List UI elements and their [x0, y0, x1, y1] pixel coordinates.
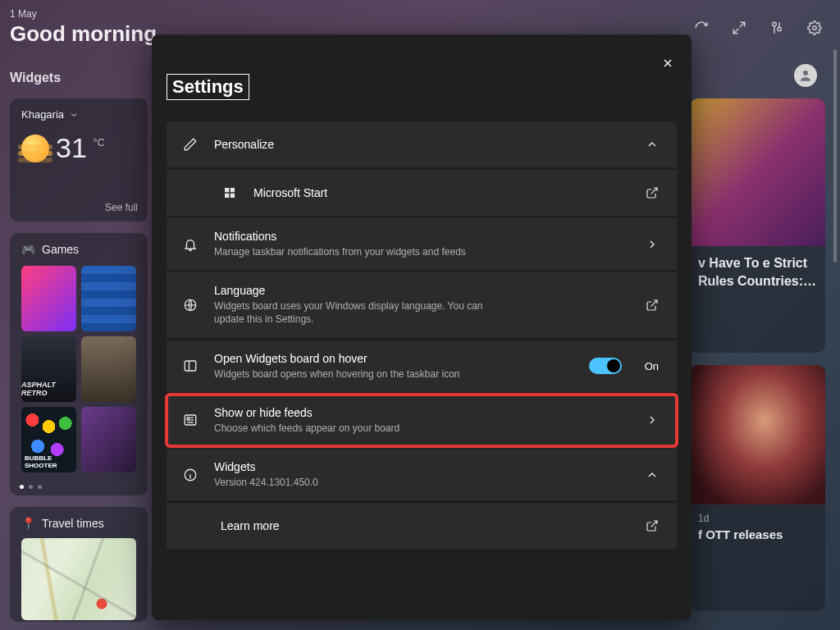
travel-title: Travel times — [42, 517, 104, 530]
news-card[interactable]: v Have To e Strict Rules Countries:… — [690, 98, 825, 353]
game-tile[interactable]: ASPHALT RETRO — [21, 336, 76, 402]
close-button[interactable] — [659, 54, 677, 72]
settings-row-hover[interactable]: Open Widgets board on hover Widgets boar… — [167, 340, 677, 392]
chevron-right-icon — [642, 413, 662, 427]
settings-row-notifications[interactable]: Notifications Manage taskbar notificatio… — [167, 218, 677, 270]
weather-location-text: Khagaria — [21, 108, 64, 121]
expand-icon[interactable] — [732, 21, 746, 35]
svg-point-0 — [773, 22, 777, 26]
svg-point-3 — [803, 71, 808, 75]
svg-point-2 — [813, 26, 817, 30]
board-icon — [181, 358, 199, 373]
modal-title: Settings — [167, 74, 249, 100]
chevron-down-icon — [69, 110, 79, 120]
row-title: Language — [214, 284, 628, 297]
game-tile[interactable] — [81, 336, 136, 402]
game-tile[interactable]: BUBBLE SHOOTER — [21, 407, 76, 472]
temperature-unit: °C — [94, 137, 104, 148]
row-title: Learn more — [221, 519, 628, 532]
row-subtitle: Manage taskbar notifications from your w… — [214, 245, 628, 258]
games-title: Games — [42, 243, 79, 256]
open-external-icon — [642, 299, 662, 312]
pencil-icon — [181, 137, 199, 152]
news-image — [690, 365, 825, 504]
header-action-icons — [694, 21, 822, 35]
svg-rect-4 — [225, 188, 229, 192]
game-tile[interactable] — [81, 266, 136, 331]
row-title: Personalize — [214, 138, 628, 151]
travel-card[interactable]: 📍Travel times — [10, 507, 148, 622]
row-subtitle: Widgets board opens when hovering on the… — [214, 368, 574, 381]
date-label: 1 May — [10, 8, 157, 20]
svg-rect-7 — [231, 194, 235, 198]
chevron-up-icon — [642, 138, 662, 151]
svg-rect-5 — [231, 188, 235, 192]
toggle-state-label: On — [645, 360, 659, 372]
row-title: Show or hide feeds — [214, 406, 628, 419]
news-card[interactable]: 1d f OTT releases — [690, 365, 825, 611]
news-image — [690, 98, 825, 246]
news-headline: f OTT releases — [698, 527, 817, 541]
greeting-label: Good morning — [10, 21, 157, 47]
sun-icon — [21, 135, 49, 162]
settings-row-learn-more[interactable]: Learn more — [167, 503, 677, 549]
bell-icon — [181, 237, 199, 252]
games-icon: 🎮 — [21, 243, 35, 256]
gear-icon[interactable] — [807, 21, 822, 35]
row-title: Widgets — [214, 460, 628, 473]
manage-icon[interactable] — [769, 21, 784, 35]
see-full-link[interactable]: See full — [105, 202, 138, 213]
refresh-icon[interactable] — [694, 21, 709, 35]
open-external-icon — [642, 519, 662, 532]
hover-toggle[interactable] — [589, 358, 622, 374]
msn-icon — [221, 185, 239, 200]
pager-dots[interactable] — [20, 485, 42, 489]
svg-rect-6 — [225, 194, 229, 198]
globe-icon — [181, 298, 199, 313]
svg-point-1 — [778, 27, 782, 31]
chevron-up-icon — [642, 468, 662, 482]
row-title: Open Widgets board on hover — [214, 352, 574, 365]
settings-row-feeds[interactable]: Show or hide feeds Choose which feeds ap… — [167, 395, 677, 446]
row-subtitle: Widgets board uses your Windows display … — [214, 299, 493, 326]
row-title: Notifications — [214, 230, 628, 243]
header: 1 May Good morning — [10, 8, 157, 47]
widgets-section-label: Widgets — [10, 71, 61, 85]
game-tile[interactable] — [81, 407, 136, 472]
settings-row-personalize[interactable]: Personalize — [167, 121, 677, 167]
row-subtitle: Choose which feeds appear on your board — [214, 422, 628, 435]
game-tile[interactable] — [21, 266, 76, 331]
map-thumbnail[interactable] — [21, 538, 136, 620]
news-meta: 1d — [698, 513, 817, 524]
temperature-value: 31 — [56, 132, 87, 164]
info-icon — [181, 468, 199, 482]
open-external-icon — [642, 186, 662, 199]
svg-rect-9 — [185, 361, 196, 371]
scrollbar[interactable] — [833, 49, 837, 262]
settings-row-language[interactable]: Language Widgets board uses your Windows… — [167, 272, 677, 337]
settings-row-microsoft-start[interactable]: Microsoft Start — [167, 170, 677, 216]
games-card[interactable]: 🎮Games ASPHALT RETRO BUBBLE SHOOTER — [10, 233, 148, 495]
chevron-right-icon — [642, 238, 662, 251]
avatar[interactable] — [794, 64, 817, 87]
news-headline: v Have To e Strict Rules Countries:… — [698, 254, 822, 290]
weather-location[interactable]: Khagaria — [21, 108, 136, 121]
feeds-icon — [181, 413, 199, 427]
pin-icon: 📍 — [21, 517, 35, 530]
row-subtitle: Version 424.1301.450.0 — [214, 476, 628, 489]
weather-card[interactable]: Khagaria 31 °C See full — [10, 98, 148, 221]
settings-row-widgets-version[interactable]: Widgets Version 424.1301.450.0 — [167, 449, 677, 500]
svg-rect-10 — [185, 415, 196, 425]
settings-modal: Settings Personalize Microsoft Start Not… — [152, 34, 692, 620]
row-title: Microsoft Start — [253, 186, 628, 199]
close-icon — [661, 57, 674, 70]
